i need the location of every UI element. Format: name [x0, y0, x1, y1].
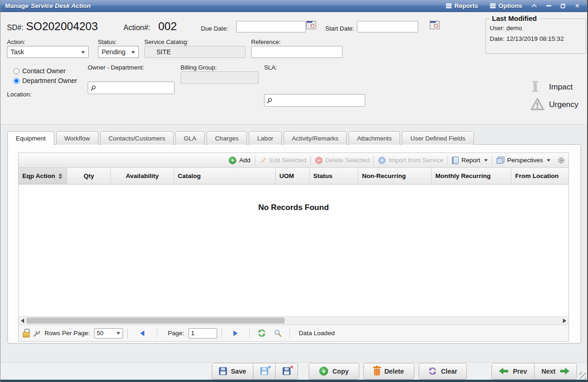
rows-per-page-select[interactable]: 50 — [94, 328, 123, 338]
copy-button[interactable]: + Copy — [309, 363, 359, 380]
equipment-tab-panel: + Add Edit Selected − Delete Selected — [7, 144, 581, 344]
tab-equipment[interactable]: Equipment — [7, 131, 54, 145]
column-header-catalog[interactable]: Catalog — [174, 168, 276, 184]
window-bottom-edge — [0, 380, 587, 382]
save-icon — [219, 367, 227, 375]
tab-user-defined-fields[interactable]: User Defined Fields — [402, 131, 474, 145]
service-catalog-input — [144, 46, 246, 58]
delete-button[interactable]: Delete — [363, 363, 414, 380]
perspectives-label: Perspectives — [507, 157, 543, 164]
report-dropdown-button[interactable]: Report — [452, 157, 488, 164]
reference-input[interactable] — [251, 46, 342, 58]
scroll-right-arrow[interactable] — [563, 318, 566, 323]
department-owner-radio-row[interactable]: Department Owner — [13, 77, 77, 84]
chevron-down-icon — [484, 159, 488, 164]
tab-gla[interactable]: GLA — [175, 131, 205, 145]
close-icon: × — [575, 2, 579, 10]
action-label: Action: — [7, 38, 26, 45]
add-label: Add — [239, 157, 250, 164]
toolbar-separator — [374, 156, 374, 165]
last-modified-user: User: demo — [490, 25, 586, 32]
refresh-icon[interactable] — [258, 329, 266, 337]
billing-group-label: Billing Group: — [181, 64, 217, 71]
urgency-icon[interactable] — [530, 97, 545, 113]
tab-attachments[interactable]: Attachments — [349, 131, 400, 145]
column-header-qty[interactable]: Qty — [67, 168, 111, 184]
save-button[interactable]: Save — [212, 363, 254, 380]
close-button[interactable]: × — [572, 2, 582, 10]
save-and-close-button[interactable]: × — [276, 363, 298, 380]
column-header-non-recurring[interactable]: Non-Recurring — [358, 168, 432, 184]
column-header-availability[interactable]: Availability — [111, 168, 174, 184]
due-date-input[interactable] — [236, 21, 306, 32]
collapse-button[interactable] — [529, 2, 539, 10]
minimize-button[interactable] — [543, 2, 554, 10]
perspectives-dropdown-button[interactable]: Perspectives — [497, 157, 550, 164]
import-from-service-button: + Import from Service — [378, 157, 443, 164]
status-select[interactable]: Pending — [98, 46, 139, 58]
column-header-status[interactable]: Status — [310, 168, 358, 184]
grid-settings-button[interactable] — [557, 157, 565, 164]
search-records-icon[interactable] — [274, 329, 282, 337]
tab-labor[interactable]: Labor — [249, 131, 282, 145]
wrench-icon[interactable] — [33, 330, 40, 337]
next-page-arrow[interactable] — [233, 331, 238, 336]
contact-owner-radio-row[interactable]: Contact Owner — [13, 67, 65, 75]
sla-input[interactable] — [264, 94, 365, 107]
lock-icon[interactable] — [23, 331, 29, 337]
grid-toolbar: + Add Edit Selected − Delete Selected — [19, 153, 569, 168]
clear-button[interactable]: Clear — [419, 363, 467, 380]
search-icon[interactable] — [90, 85, 97, 91]
impact-icon[interactable]: I — [532, 80, 539, 93]
due-date-label: Due Date: — [201, 25, 228, 32]
page-number-input[interactable] — [188, 328, 217, 338]
action-select[interactable]: Task — [7, 46, 89, 58]
trash-icon — [374, 369, 380, 376]
start-date-input[interactable] — [357, 21, 418, 32]
scroll-left-arrow[interactable] — [21, 318, 24, 323]
start-date-calendar-icon[interactable] — [430, 21, 439, 29]
column-header-from-location[interactable]: From Location — [511, 168, 569, 184]
department-owner-radio[interactable] — [13, 78, 19, 84]
reports-menu-button[interactable]: Reports — [446, 2, 478, 9]
add-button[interactable]: + Add — [229, 157, 250, 164]
edit-selected-label: Edit Selected — [270, 157, 307, 164]
column-header-monthly-recurring[interactable]: Monthly Recurring — [432, 168, 511, 184]
prev-button[interactable]: Prev — [491, 363, 534, 380]
chevron-up-icon — [531, 4, 536, 9]
tab-workflow[interactable]: Workflow — [56, 131, 98, 145]
contact-owner-radio[interactable] — [13, 68, 19, 74]
import-from-service-label: Import from Service — [388, 157, 443, 164]
tab-activity-remarks[interactable]: Activity/Remarks — [284, 131, 347, 145]
search-icon[interactable] — [267, 97, 273, 103]
minimize-icon — [546, 5, 551, 6]
rows-per-page-value: 50 — [97, 330, 103, 337]
save-and-new-button[interactable]: + — [253, 363, 276, 380]
billing-group-input — [181, 71, 258, 84]
manage-service-desk-action-window: Manage Service Desk Action Reports Optio… — [0, 0, 588, 382]
report-label: Report — [461, 157, 480, 164]
copy-icon: + — [319, 367, 328, 376]
column-header-eqp-action[interactable]: Eqp Action — [19, 168, 67, 184]
window-resize-handle[interactable] — [579, 372, 586, 379]
grid-header-row: Eqp Action Qty Availability Catalog UOM … — [19, 168, 569, 185]
options-menu-button[interactable]: Options — [490, 2, 522, 9]
chevron-down-icon — [116, 332, 120, 337]
tab-contacts-customers[interactable]: Contacts/Customers — [100, 131, 174, 145]
column-label: Eqp Action — [22, 172, 55, 179]
owner-department-input[interactable] — [88, 82, 174, 94]
report-icon — [452, 157, 459, 164]
due-date-calendar-icon[interactable] — [306, 21, 316, 29]
gear-icon — [557, 157, 565, 164]
pager-separator — [221, 329, 222, 338]
popout-button[interactable] — [558, 2, 568, 10]
scrollbar-thumb[interactable] — [26, 318, 284, 324]
clear-icon — [428, 367, 437, 375]
owner-department-label: Owner - Department: — [88, 64, 144, 71]
next-button[interactable]: Next — [535, 363, 577, 380]
column-header-uom[interactable]: UOM — [276, 168, 310, 184]
tab-charges[interactable]: Charges — [207, 131, 247, 145]
pager-status-text: Data Loaded — [299, 330, 335, 337]
previous-page-arrow[interactable] — [140, 331, 144, 336]
save-label: Save — [231, 368, 246, 375]
